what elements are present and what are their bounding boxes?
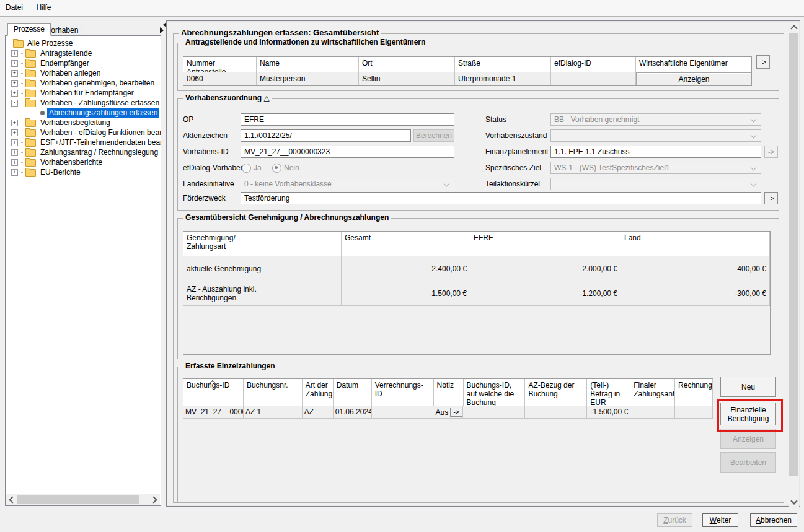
scrollbar-thumb[interactable]	[17, 495, 139, 504]
column-header[interactable]: Art der Zahlung	[303, 379, 334, 406]
collapse-icon[interactable]: -	[11, 100, 18, 107]
menu-datei[interactable]: Datei	[0, 0, 29, 15]
expand-icon[interactable]: +	[11, 80, 18, 87]
column-header[interactable]: Buchungsnr.	[244, 379, 303, 406]
tree-item-label: Endempfänger	[38, 58, 91, 68]
payments-group: Erfasste Einzelzahlungen Buchungs-IDBuch…	[177, 367, 717, 503]
scroll-right-button[interactable]	[149, 494, 160, 505]
weiter-button[interactable]: Weiter	[702, 513, 738, 527]
column-header[interactable]: Wirtschaftliche Eigentümer	[636, 57, 751, 72]
splitter-collapse-handle[interactable]	[160, 22, 166, 37]
expand-icon[interactable]: +	[11, 70, 18, 77]
scrollbar-thumb[interactable]	[789, 33, 798, 476]
tree-item[interactable]: +Vorhaben für Endempfänger	[6, 88, 161, 98]
radio-ja-label: Ja	[254, 162, 262, 174]
finanzielle-berichtigung-button[interactable]: Finanzielle Berichtigung	[720, 403, 776, 425]
column-header[interactable]: Ort	[359, 57, 455, 72]
scroll-left-button[interactable]	[6, 494, 17, 505]
aktenzeichen-input[interactable]	[241, 129, 411, 142]
applicants-group: Antragstellende und Informationen zu wir…	[177, 43, 779, 91]
aktenzeichen-label: Aktenzeichen	[183, 129, 228, 142]
overview-table: Genehmigung/ ZahlungsartGesamtEFRELand a…	[183, 231, 771, 355]
tree-item[interactable]: +Antragstellende	[6, 48, 161, 58]
tree-item-label: Antragstellende	[38, 48, 94, 58]
column-header[interactable]: efDialog-ID	[551, 57, 636, 72]
expand-icon[interactable]: +	[11, 60, 18, 67]
expand-icon[interactable]: +	[11, 129, 18, 136]
tree-item[interactable]: +Vorhaben genehmigen, bearbeiten	[6, 78, 161, 88]
tree-item[interactable]: +Zahlungsantrag / Rechnungslegung	[6, 147, 161, 157]
anzeigen-button: Anzeigen	[720, 429, 776, 449]
expand-icon[interactable]: +	[11, 90, 18, 97]
tree-item[interactable]: Alle Prozesse	[6, 38, 161, 48]
tree-item[interactable]: +ESF+/JTF-Teilnehmendendaten bearbeiten	[6, 137, 161, 147]
tree-item[interactable]: +Vorhabensbegleitung	[6, 118, 161, 128]
column-header[interactable]: (Teil-) Betrag in EUR	[587, 379, 630, 406]
table-row: aktuelle Genehmigung2.400,00 €2.000,00 €…	[183, 256, 770, 281]
column-header[interactable]: Name	[257, 57, 359, 72]
folder-icon	[25, 120, 36, 127]
scroll-down-button[interactable]	[789, 496, 799, 507]
column-header[interactable]: Verrechnungs-ID	[372, 379, 434, 406]
tree-item[interactable]: +Endempfänger	[6, 58, 161, 68]
tree-item[interactable]: +Vorhaben anlegen	[6, 68, 161, 78]
table-cell: AZ	[303, 406, 334, 419]
table-cell: -1.500,00 €	[342, 281, 470, 306]
anzeigen-eigentuemer-button[interactable]: Anzeigen	[636, 72, 751, 85]
tree-item[interactable]: Abrechnungszahlungen erfassen	[6, 108, 161, 118]
op-input[interactable]	[241, 113, 454, 126]
neu-button[interactable]: Neu	[720, 377, 776, 397]
abbrechen-button[interactable]: Abbrechen	[750, 513, 797, 527]
column-header[interactable]: Buchungs-ID, auf welche die Buchung	[464, 379, 526, 406]
applicants-group-title: Antragstellende und Informationen zu wir…	[183, 38, 428, 46]
status-label: Status	[485, 113, 506, 126]
expand-icon[interactable]: +	[11, 169, 18, 176]
column-header[interactable]: Genehmigung/ Zahlungsart	[183, 232, 342, 256]
expand-icon[interactable]: +	[11, 159, 18, 166]
tree-item[interactable]: -Vorhaben - Zahlungsflüsse erfassen	[6, 98, 161, 108]
notiz-arrow-button[interactable]: ->	[450, 408, 462, 417]
vertical-scrollbar[interactable]	[789, 22, 799, 507]
finanzplanelement-input[interactable]	[550, 146, 761, 158]
folder-icon	[25, 139, 36, 147]
tree-connector-line	[17, 162, 24, 163]
tree-item[interactable]: +Vorhabensberichte	[6, 157, 161, 167]
menu-hilfe[interactable]: Hilfe	[30, 0, 56, 15]
main-panel: Abrechnungszahlungen erfassen: Gesamtübe…	[166, 20, 800, 507]
column-header[interactable]: Land	[621, 232, 770, 256]
folder-icon	[25, 129, 36, 137]
vorhabens-id-input[interactable]	[241, 146, 454, 158]
expand-icon[interactable]: +	[11, 149, 18, 156]
column-header[interactable]: Straße	[455, 57, 551, 72]
page-title: Abrechnungszahlungen erfassen: Gesamtübe…	[179, 28, 381, 37]
vorhabenszustand-dropdown	[550, 129, 761, 142]
column-header[interactable]: Gesamt	[342, 232, 470, 256]
chevron-down-icon	[444, 181, 450, 187]
tree-item-label: Vorhaben - efDialog Funktionen bearbeite…	[38, 128, 161, 137]
column-header[interactable]: Notiz	[434, 379, 464, 406]
scroll-up-button[interactable]	[789, 22, 799, 32]
applicants-detail-arrow-button[interactable]: ->	[756, 55, 770, 69]
column-header[interactable]: Buchungs-ID	[183, 379, 244, 406]
finanzplanelement-label: Finanzplanelement	[485, 146, 548, 158]
expand-icon[interactable]: +	[11, 120, 18, 126]
tab-prozesse[interactable]: Prozesse	[7, 23, 51, 36]
tree-item[interactable]: +EU-Berichte	[6, 167, 161, 177]
expand-icon[interactable]: +	[11, 139, 18, 146]
tree-item-label: Vorhaben für Endempfänger	[38, 88, 136, 98]
expand-icon[interactable]: +	[11, 50, 18, 57]
column-header[interactable]: Rechnungslegung	[675, 379, 713, 406]
op-label: OP	[183, 113, 193, 126]
column-header[interactable]: Finaler Zahlungsantrag	[630, 379, 675, 406]
foerderzweck-input[interactable]	[241, 192, 761, 204]
foerderzweck-arrow-button[interactable]: ->	[764, 192, 778, 204]
table-cell: 400,00 €	[621, 256, 770, 281]
column-header[interactable]: AZ-Bezug der Buchung	[525, 379, 587, 406]
table-cell: Aus->	[433, 406, 463, 419]
column-header[interactable]: Nummer Antragstelle...	[183, 57, 257, 72]
column-header[interactable]: Datum	[334, 379, 372, 406]
column-header[interactable]: EFRE	[470, 232, 621, 256]
horizontal-scrollbar[interactable]	[6, 494, 160, 505]
spezifisches-ziel-label: Spezifisches Ziel	[485, 162, 541, 174]
tree-item[interactable]: +Vorhaben - efDialog Funktionen bearbeit…	[6, 128, 161, 137]
